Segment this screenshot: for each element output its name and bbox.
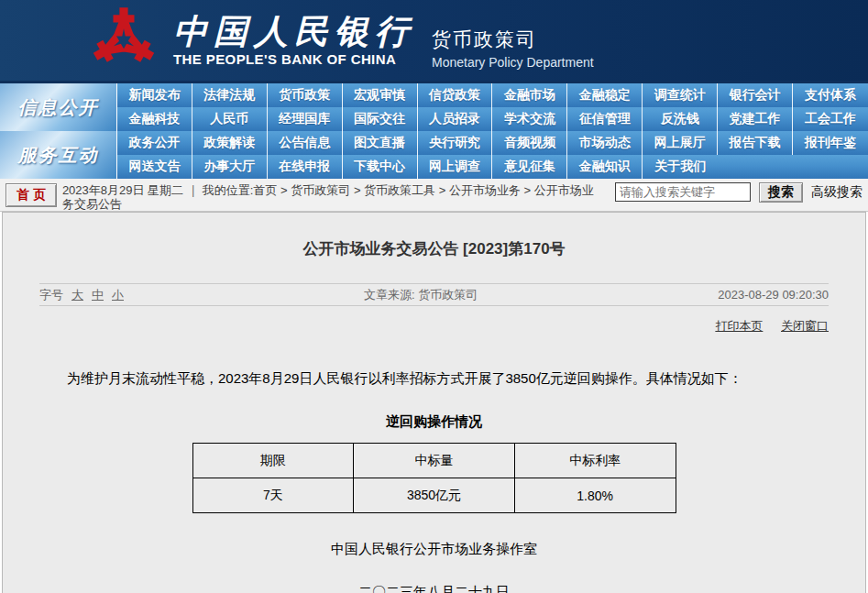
article-sign-date: 二〇二三年八月二十九日 — [39, 584, 829, 593]
font-size-control: 字号 大 中 小 — [39, 287, 124, 303]
nav-item-financial-stability[interactable]: 金融稳定 — [567, 83, 643, 107]
nav-item-report-download[interactable]: 报告下载 — [718, 131, 793, 155]
page: 中国人民银行 THE PEOPLE'S BANK OF CHINA 货币政策司 … — [0, 0, 868, 593]
table-row: 7天 3850亿元 1.80% — [192, 478, 676, 513]
table-header-row: 期限 中标量 中标利率 — [192, 444, 676, 478]
bank-name-block: 中国人民银行 THE PEOPLE'S BANK OF CHINA — [173, 15, 415, 67]
nav-item-download-center[interactable]: 下载中心 — [343, 155, 418, 179]
table-header-term: 期限 — [192, 444, 354, 478]
nav-services-row-2: 网送文告 办事大厅 在线申报 下载中心 网上调查 意见征集 金融知识 关于我们 — [117, 155, 868, 179]
site-header: 中国人民银行 THE PEOPLE'S BANK OF CHINA 货币政策司 … — [0, 0, 868, 81]
nav-item-credit-reporting[interactable]: 征信管理 — [567, 107, 643, 131]
font-size-small-link[interactable]: 小 — [112, 287, 124, 303]
nav-item-anti-money-laundering[interactable]: 反洗钱 — [643, 107, 718, 131]
nav-item-academic-exchange[interactable]: 学术交流 — [492, 107, 567, 131]
nav-item-treasury[interactable]: 经理国库 — [268, 107, 343, 131]
nav-services: 服务互动 政务公开 政策解读 公告信息 图文直播 央行研究 音频视频 市场动态 … — [0, 131, 868, 179]
table-cell-rate: 1.80% — [514, 478, 676, 513]
article-actions: 打印本页 关闭窗口 — [39, 306, 829, 335]
nav-item-labor-union[interactable]: 工会工作 — [793, 107, 868, 131]
nav-item-fintech[interactable]: 金融科技 — [117, 107, 192, 131]
search-area: 搜索 高级搜索 — [615, 181, 863, 203]
table-cell-volume: 3850亿元 — [354, 478, 515, 513]
article-title: 公开市场业务交易公告 [2023]第170号 — [39, 213, 829, 259]
article-paragraph: 为维护月末流动性平稳，2023年8月29日人民银行以利率招标方式开展了3850亿… — [39, 368, 829, 389]
nav-item-policy-interpretation[interactable]: 政策解读 — [192, 131, 268, 155]
font-size-medium-link[interactable]: 中 — [92, 287, 104, 303]
nav-item-audio-video[interactable]: 音频视频 — [492, 131, 567, 155]
nav-item-financial-knowledge[interactable]: 金融知识 — [567, 155, 643, 179]
article-datetime: 2023-08-29 09:20:30 — [718, 288, 829, 302]
nav-item-solicit-opinions[interactable]: 意见征集 — [492, 155, 567, 179]
nav-item-announcements[interactable]: 公告信息 — [268, 131, 343, 155]
breadcrumb-bar: 首 页 2023年8月29日 星期二｜我的位置:首页 > 货币政策司 > 货币政… — [0, 179, 868, 212]
nav-info-row-2: 金融科技 人民币 经理国库 国际交往 人员招录 学术交流 征信管理 反洗钱 党建… — [117, 107, 868, 131]
table-header-rate: 中标利率 — [514, 444, 676, 478]
nav-row-filler — [718, 155, 868, 179]
nav-item-payment-system[interactable]: 支付体系 — [793, 83, 868, 107]
breadcrumb: 2023年8月29日 星期二｜我的位置:首页 > 货币政策司 > 货币政策工具 … — [62, 181, 599, 211]
operation-table-title: 逆回购操作情况 — [39, 413, 829, 431]
nav-item-recruitment[interactable]: 人员招录 — [418, 107, 493, 131]
reverse-repo-table: 期限 中标量 中标利率 7天 3850亿元 1.80% — [192, 443, 676, 513]
department-name-cn: 货币政策司 — [432, 27, 594, 52]
breadcrumb-separator: ｜ — [183, 183, 203, 197]
advanced-search-link[interactable]: 高级搜索 — [811, 182, 863, 201]
pboc-logo-icon — [89, 5, 159, 76]
nav-services-rows: 政务公开 政策解读 公告信息 图文直播 央行研究 音频视频 市场动态 网上展厅 … — [117, 131, 868, 179]
article-signature: 中国人民银行公开市场业务操作室 — [39, 541, 829, 558]
nav-item-online-exhibition[interactable]: 网上展厅 — [643, 131, 718, 155]
nav-item-international[interactable]: 国际交往 — [343, 107, 418, 131]
nav-item-web-notices[interactable]: 网送文告 — [117, 155, 192, 179]
nav-info-disclosure: 信息公开 新闻发布 法律法规 货币政策 宏观审慎 信贷政策 金融市场 金融稳定 … — [0, 81, 868, 131]
home-button[interactable]: 首 页 — [5, 183, 57, 207]
table-cell-term: 7天 — [192, 478, 354, 513]
nav-item-party-building[interactable]: 党建工作 — [718, 107, 793, 131]
current-date: 2023年8月29日 星期二 — [62, 183, 183, 197]
nav-item-credit-policy[interactable]: 信贷政策 — [418, 83, 493, 107]
nav-services-row-1: 政务公开 政策解读 公告信息 图文直播 央行研究 音频视频 市场动态 网上展厅 … — [117, 131, 868, 155]
print-page-link[interactable]: 打印本页 — [715, 319, 763, 333]
article-panel: 公开市场业务交易公告 [2023]第170号 字号 大 中 小 文章来源: 货币… — [2, 212, 866, 593]
nav-item-about-us[interactable]: 关于我们 — [643, 155, 718, 179]
font-size-large-link[interactable]: 大 — [71, 287, 83, 303]
font-size-label: 字号 — [39, 287, 63, 303]
bank-name-cn: 中国人民银行 — [173, 15, 415, 49]
search-button[interactable]: 搜索 — [759, 182, 803, 203]
nav-section-label-services[interactable]: 服务互动 — [0, 131, 117, 179]
nav-info-row-1: 新闻发布 法律法规 货币政策 宏观审慎 信贷政策 金融市场 金融稳定 调查统计 … — [117, 83, 868, 107]
article-meta-row: 字号 大 中 小 文章来源: 货币政策司 2023-08-29 09:20:30 — [39, 283, 829, 306]
nav-item-online-survey[interactable]: 网上调查 — [418, 155, 493, 179]
search-input[interactable] — [615, 182, 751, 202]
nav-item-service-hall[interactable]: 办事大厅 — [192, 155, 268, 179]
nav-section-label-info[interactable]: 信息公开 — [0, 83, 117, 131]
nav-item-financial-markets[interactable]: 金融市场 — [492, 83, 567, 107]
nav-item-periodicals[interactable]: 报刊年鉴 — [793, 131, 868, 155]
nav-item-research[interactable]: 央行研究 — [418, 131, 493, 155]
nav-item-live-broadcast[interactable]: 图文直播 — [343, 131, 418, 155]
nav-item-macroprudential[interactable]: 宏观审慎 — [343, 83, 418, 107]
nav-item-laws[interactable]: 法律法规 — [192, 83, 268, 107]
nav-item-bank-accounting[interactable]: 银行会计 — [718, 83, 793, 107]
close-window-link[interactable]: 关闭窗口 — [781, 319, 829, 333]
article-source: 文章来源: 货币政策司 — [364, 287, 478, 303]
bank-name-en: THE PEOPLE'S BANK OF CHINA — [173, 51, 415, 67]
nav-item-statistics[interactable]: 调查统计 — [643, 83, 718, 107]
nav-info-rows: 新闻发布 法律法规 货币政策 宏观审慎 信贷政策 金融市场 金融稳定 调查统计 … — [117, 83, 868, 131]
nav-item-news[interactable]: 新闻发布 — [117, 83, 192, 107]
nav-item-gov-affairs[interactable]: 政务公开 — [117, 131, 192, 155]
department-block: 货币政策司 Monetary Policy Department — [432, 27, 594, 70]
nav-item-market-trends[interactable]: 市场动态 — [567, 131, 643, 155]
nav-item-online-filing[interactable]: 在线申报 — [268, 155, 343, 179]
department-name-en: Monetary Policy Department — [432, 55, 594, 70]
table-header-volume: 中标量 — [354, 444, 515, 478]
nav-item-renminbi[interactable]: 人民币 — [192, 107, 268, 131]
nav-item-monetary-policy[interactable]: 货币政策 — [268, 83, 343, 107]
